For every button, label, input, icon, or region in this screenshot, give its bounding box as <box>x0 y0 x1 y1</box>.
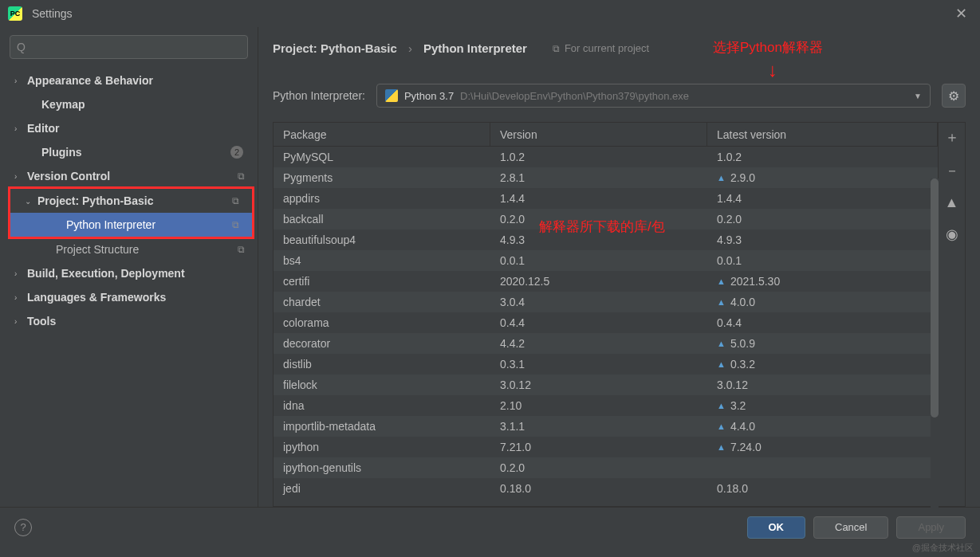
packages-table: Package Version Latest version PyMySQL1.… <box>274 123 938 506</box>
table-row[interactable]: backcall0.2.00.2.0 <box>274 209 938 229</box>
gear-icon[interactable]: ⚙ <box>942 84 966 108</box>
cell-latest: 1.4.4 <box>707 188 938 209</box>
table-row[interactable]: beautifulsoup44.9.34.9.3 <box>274 229 938 250</box>
tree-item[interactable]: Keymap <box>0 92 258 116</box>
remove-package-button[interactable]: － <box>945 161 959 180</box>
search-icon: Q <box>17 41 26 53</box>
tree-item-label: Plugins <box>41 146 82 159</box>
table-row[interactable]: appdirs1.4.41.4.4 <box>274 188 938 209</box>
upgrade-package-button[interactable]: ▲ <box>945 194 959 211</box>
cancel-button[interactable]: Cancel <box>813 516 888 539</box>
project-icon: ⧉ <box>553 43 560 54</box>
chevron-right-icon: › <box>408 41 412 55</box>
cell-latest: ▲2.9.0 <box>707 167 938 188</box>
badge: 2 <box>230 146 243 159</box>
cell-latest: ▲2021.5.30 <box>707 271 938 292</box>
tree-item[interactable]: Project Structure⧉ <box>0 237 258 261</box>
table-row[interactable]: importlib-metadata3.1.1▲4.4.0 <box>274 416 938 437</box>
cell-package: chardet <box>274 292 490 312</box>
tree-item[interactable]: ›Appearance & Behavior <box>0 69 258 92</box>
cell-package: jedi <box>274 478 490 499</box>
for-current-project-label: ⧉ For current project <box>553 42 649 54</box>
dialog-footer: ? OK Cancel Apply <box>0 507 980 547</box>
chevron-icon: › <box>14 172 24 181</box>
project-scope-icon: ⧉ <box>238 171 245 182</box>
table-row[interactable]: PyMySQL1.0.21.0.2 <box>274 147 938 167</box>
cell-version: 0.4.4 <box>490 312 707 333</box>
table-row[interactable]: ipython7.21.0▲7.24.0 <box>274 437 938 457</box>
project-scope-icon: ⧉ <box>232 195 239 206</box>
ok-button[interactable]: OK <box>747 516 806 539</box>
close-icon[interactable]: ✕ <box>950 5 972 22</box>
scrollbar[interactable] <box>931 178 939 513</box>
cell-package: appdirs <box>274 188 490 209</box>
tree-item[interactable]: ›Languages & Frameworks <box>0 285 258 309</box>
cell-package: bs4 <box>274 250 490 271</box>
tree-item[interactable]: Plugins2 <box>0 140 258 164</box>
tree-item[interactable]: ⌄Project: Python-Basic⧉ <box>10 189 252 213</box>
cell-version: 2.8.1 <box>490 167 707 188</box>
chevron-icon: › <box>14 124 24 133</box>
upgrade-available-icon: ▲ <box>717 442 726 452</box>
cell-latest: ▲4.0.0 <box>707 292 938 312</box>
tree-item[interactable]: ›Editor <box>0 116 258 140</box>
app-icon: PC <box>8 6 22 21</box>
header-package[interactable]: Package <box>274 123 490 146</box>
tree-item-label: Project Structure <box>56 243 139 256</box>
cell-package: colorama <box>274 312 490 333</box>
interpreter-path: D:\Hui\DevelopEnv\Python\Python379\pytho… <box>460 90 689 102</box>
tree-item[interactable]: ›Build, Execution, Deployment <box>0 261 258 285</box>
cell-latest: ▲5.0.9 <box>707 333 938 354</box>
cell-version: 4.4.2 <box>490 333 707 354</box>
cell-package: Pygments <box>274 167 490 188</box>
cell-package: PyMySQL <box>274 147 490 167</box>
chevron-down-icon: ▼ <box>914 92 922 100</box>
cell-latest: 4.9.3 <box>707 229 938 250</box>
cell-latest: 0.18.0 <box>707 478 938 499</box>
tree-item-label: Appearance & Behavior <box>27 74 153 87</box>
show-early-releases-button[interactable]: ◉ <box>946 226 958 243</box>
table-row[interactable]: colorama0.4.40.4.4 <box>274 312 938 333</box>
table-row[interactable]: idna2.10▲3.2 <box>274 395 938 416</box>
highlight-box: ⌄Project: Python-Basic⧉Python Interprete… <box>8 186 254 239</box>
cell-package: filelock <box>274 375 490 395</box>
header-version[interactable]: Version <box>490 123 707 146</box>
python-icon <box>385 89 398 102</box>
help-button[interactable]: ? <box>14 519 32 536</box>
cell-latest: 0.0.1 <box>707 250 938 271</box>
table-row[interactable]: certifi2020.12.5▲2021.5.30 <box>274 271 938 292</box>
breadcrumb-project: Project: Python-Basic <box>273 41 397 55</box>
add-package-button[interactable]: ＋ <box>945 127 959 147</box>
chevron-icon: › <box>14 76 24 85</box>
cell-latest: ▲7.24.0 <box>707 437 938 457</box>
settings-tree: ›Appearance & BehaviorKeymap›EditorPlugi… <box>0 65 258 507</box>
tree-item-label: Editor <box>27 122 59 135</box>
tree-item[interactable]: ›Version Control⧉ <box>0 164 258 188</box>
table-row[interactable]: ipython-genutils0.2.0 <box>274 457 938 478</box>
upgrade-available-icon: ▲ <box>717 359 726 369</box>
chevron-icon: › <box>14 317 24 326</box>
scrollbar-thumb[interactable] <box>931 178 939 418</box>
tree-item-label: Python Interpreter <box>66 218 155 231</box>
table-row[interactable]: bs40.0.10.0.1 <box>274 250 938 271</box>
cell-version: 0.18.0 <box>490 478 707 499</box>
cell-package: idna <box>274 395 490 416</box>
tree-item[interactable]: Python Interpreter⧉ <box>10 213 252 237</box>
tree-item-label: Version Control <box>27 170 110 182</box>
table-row[interactable]: decorator4.4.2▲5.0.9 <box>274 333 938 354</box>
sidebar: Q ›Appearance & BehaviorKeymap›EditorPlu… <box>0 27 258 507</box>
table-row[interactable]: jedi0.18.00.18.0 <box>274 478 938 499</box>
search-input[interactable]: Q <box>10 35 248 59</box>
header-latest[interactable]: Latest version <box>707 123 938 146</box>
tree-item[interactable]: ›Tools <box>0 309 258 333</box>
upgrade-available-icon: ▲ <box>717 297 726 307</box>
table-row[interactable]: chardet3.0.4▲4.0.0 <box>274 292 938 312</box>
table-row[interactable]: filelock3.0.123.0.12 <box>274 375 938 395</box>
tree-item-label: Tools <box>27 315 56 328</box>
apply-button[interactable]: Apply <box>896 516 966 539</box>
interpreter-select[interactable]: Python 3.7 D:\Hui\DevelopEnv\Python\Pyth… <box>376 84 931 108</box>
cell-version: 1.4.4 <box>490 188 707 209</box>
table-row[interactable]: distlib0.3.1▲0.3.2 <box>274 354 938 375</box>
cell-latest: ▲0.3.2 <box>707 354 938 375</box>
table-row[interactable]: Pygments2.8.1▲2.9.0 <box>274 167 938 188</box>
